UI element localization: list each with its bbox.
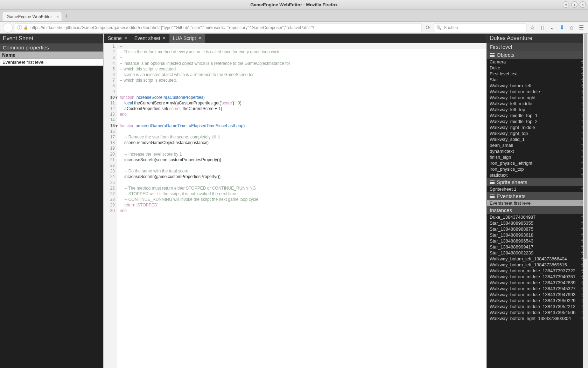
list-item-label: Star_1384888985355 [490, 220, 533, 226]
list-item[interactable]: Walkway_bottom_middle_1384373947993🗑 [487, 292, 588, 298]
list-item[interactable]: Eventsheet first level🗑 [487, 200, 588, 206]
reload-button[interactable]: ⟳ [424, 24, 432, 31]
left-panel-section: Common properties [0, 43, 103, 52]
list-item[interactable]: Star_1384888985355🗑 [487, 220, 588, 226]
list-item[interactable]: finish_sign🗑 [487, 154, 588, 160]
menu-icon[interactable]: ☰ [578, 24, 585, 32]
list-item[interactable]: Walkway_botom_left_1384373869515🗑 [487, 262, 588, 268]
list-item-label: Walkway_botom_left_1384373869515 [490, 262, 567, 267]
list-item[interactable]: Walkway_middle_top_1🗑 [487, 113, 588, 118]
list-item[interactable]: Star_1384888993618🗑 [487, 232, 588, 238]
lock-icon: 🔒 [23, 25, 28, 30]
nav-back-button[interactable]: ← [3, 23, 13, 33]
list-item[interactable]: Walkway_right_middle🗑 [487, 124, 588, 130]
list-item[interactable]: Walkway_solid_1🗑 [487, 136, 588, 142]
list-item[interactable]: Duke🗑 [487, 65, 588, 71]
objects-section-header[interactable]: Objects [487, 51, 588, 59]
list-item-label: Walkway_bottom_middle [490, 89, 540, 94]
instances-section-header[interactable]: Instances [487, 206, 588, 214]
code-gutter: 12345678910▾1112131415▾16171819202122232… [104, 43, 117, 368]
property-name-value[interactable]: Eventsheet first level [0, 59, 103, 66]
list-item-label: Walkway_bottom_middle_1384373940351 [490, 274, 575, 279]
list-item[interactable]: dynamictext🗑 [487, 148, 588, 154]
tab-close-icon[interactable]: × [56, 14, 59, 19]
search-icon: 🔍 [436, 25, 442, 30]
list-item-label: Walkway_bottom_middle_1384373954506 [490, 310, 575, 315]
hamburger-icon [490, 180, 495, 184]
window-minimize-icon[interactable]: ▾ [563, 1, 569, 8]
hamburger-icon [490, 53, 495, 57]
level-name[interactable]: First level [487, 43, 588, 51]
list-item-label: Star [490, 77, 498, 82]
list-item-label: Star_1384889002239 [490, 250, 533, 255]
download-icon[interactable]: ⬇ [558, 24, 566, 32]
list-item[interactable]: Walkway_bottom_middle_1384373950229🗑 [487, 298, 588, 304]
list-item-label: iron_physics_leftright [490, 161, 532, 166]
code-content[interactable]: ---- This is the default method of every… [117, 43, 486, 368]
search-input[interactable]: 🔍 Suchen [434, 23, 526, 32]
list-item-label: Star_1384888993618 [490, 232, 533, 238]
url-bar[interactable]: i 🔒 https://mirkosertic.github.io/GameCo… [15, 23, 421, 32]
window-maximize-icon[interactable]: ▴ [571, 1, 578, 8]
list-item-label: Walkway_left_middle [490, 101, 532, 106]
list-item[interactable]: Walkway_bottom_right🗑 [487, 95, 588, 101]
list-item[interactable]: Walkway_left_middle🗑 [487, 101, 588, 107]
home-icon[interactable]: ⌂ [568, 24, 575, 32]
list-item[interactable]: Walkway_botom_left🗑 [487, 83, 588, 89]
list-item[interactable]: Walkway_botom_left_1384373866404🗑 [487, 256, 588, 262]
new-tab-button[interactable]: + [65, 13, 69, 21]
browser-tab[interactable]: GameEngine WebEditor × [2, 12, 62, 21]
scrollbar-thumb[interactable] [584, 34, 587, 259]
tab-close-icon[interactable]: ✕ [198, 36, 202, 41]
list-item[interactable]: Walkway_bottom_middle_1384373954506🗑 [487, 309, 588, 315]
tab-close-icon[interactable]: ✕ [162, 36, 166, 41]
list-item[interactable]: Star_1384888996543🗑 [487, 238, 588, 244]
list-item[interactable]: Walkway_bottom_middle_1384373937322🗑 [487, 268, 588, 274]
list-item[interactable]: Walkway_right_top🗑 [487, 130, 588, 136]
list-item[interactable]: iron_physics_leftright🗑 [487, 160, 588, 166]
list-item-label: Star_1384888996543 [490, 238, 533, 244]
list-item[interactable]: iron_physics_top🗑 [487, 166, 588, 172]
code-editor[interactable]: 12345678910▾1112131415▾16171819202122232… [104, 43, 486, 368]
eventsheets-section-header[interactable]: Eventsheets [487, 192, 588, 200]
list-item-label: Walkway_solid_1 [490, 137, 525, 142]
vertical-scrollbar[interactable] [583, 34, 588, 368]
list-item-label: Duke [490, 65, 500, 70]
list-item[interactable]: Star_1384889002239🗑 [487, 250, 588, 256]
list-item[interactable]: Camera🗑 [487, 59, 588, 65]
pocket-icon[interactable]: ⌄ [548, 24, 556, 32]
list-item-label: Walkway_bottom_middle_1384373942839 [490, 280, 575, 285]
tab-close-icon[interactable]: ✕ [124, 36, 127, 41]
list-item[interactable]: Spritesheet 1🗑 [487, 186, 588, 192]
editor-tab[interactable]: Event sheet✕ [131, 34, 169, 43]
list-item[interactable]: statictext🗑 [487, 172, 588, 178]
sprites-section-header[interactable]: Sprite sheets [487, 178, 588, 186]
property-name-label: Name [0, 52, 103, 59]
list-item-label: Walkway_right_top [490, 131, 528, 136]
list-item[interactable]: Walkway_bottom_right_1384373903304🗑 [487, 315, 588, 321]
list-item[interactable]: Star_1384888988875🗑 [487, 226, 588, 232]
hamburger-icon [490, 195, 495, 198]
list-item[interactable]: Walkway_left_top🗑 [487, 107, 588, 113]
list-item[interactable]: Star_1384888999417🗑 [487, 244, 588, 250]
bookmark-star-icon[interactable]: ☆ [528, 24, 536, 32]
search-placeholder: Suchen [444, 25, 458, 30]
editor-tab[interactable]: LUA Script✕ [169, 34, 205, 43]
editor-tab[interactable]: Scene✕ [104, 34, 131, 43]
list-item[interactable]: Walkway_bottom_middle_1384373942839🗑 [487, 280, 588, 286]
list-item[interactable]: Walkway_bottom_middle🗑 [487, 89, 588, 95]
list-item[interactable]: Walkway_bottom_middle_1384373952212🗑 [487, 304, 588, 309]
library-icon[interactable]: ▯ [538, 24, 546, 32]
list-item[interactable]: Duke_1384374064987🗑 [487, 214, 588, 220]
list-item-label: dynamictext [490, 149, 514, 154]
list-item[interactable]: bean_small🗑 [487, 142, 588, 148]
window-close-icon[interactable]: × [580, 1, 586, 8]
browser-tab-strip: GameEngine WebEditor × + [0, 10, 588, 22]
list-item[interactable]: Star🗑 [487, 77, 588, 83]
page-info-icon[interactable]: i [17, 25, 22, 30]
list-item[interactable]: First level text🗑 [487, 71, 588, 77]
list-item[interactable]: Walkway_bottom_middle_1384373940351🗑 [487, 274, 588, 280]
list-item[interactable]: Walkway_middle_top_2🗑 [487, 118, 588, 124]
eventsheets-list: Eventsheet first level🗑 [487, 200, 588, 206]
list-item[interactable]: Walkway_bottom_middle_1384373945327🗑 [487, 286, 588, 292]
